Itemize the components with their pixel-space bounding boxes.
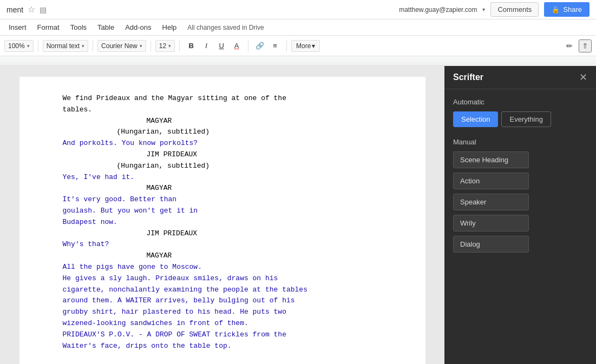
style-select[interactable]: Normal text ▾ <box>43 40 88 52</box>
screenplay-line: MAGYAR <box>147 250 382 262</box>
screenplay-line: Budapest now. <box>63 217 382 228</box>
comments-button[interactable]: Comments <box>490 2 539 17</box>
lock-icon: 🔒 <box>552 6 560 14</box>
link-group: 🔗 ≡ <box>253 39 282 53</box>
size-caret: ▾ <box>168 43 171 49</box>
automatic-group: Selection Everything <box>453 111 587 127</box>
screenplay-line: We find Prideaux and the Magyar sitting … <box>63 93 382 104</box>
zoom-group: 100% ▾ <box>4 40 34 52</box>
manual-label: Manual <box>453 138 587 146</box>
automatic-label: Automatic <box>453 98 587 106</box>
italic-button[interactable]: I <box>199 39 213 53</box>
font-color-button[interactable]: A <box>230 39 244 53</box>
screenplay-line: JIM PRIDEAUX <box>147 228 382 240</box>
sidebar-header: Scrifter ✕ <box>444 66 596 89</box>
document-area[interactable]: We find Prideaux and the Magyar sitting … <box>0 66 444 364</box>
zoom-select[interactable]: 100% ▾ <box>4 40 34 52</box>
action-button[interactable]: Action <box>453 173 529 189</box>
bold-button[interactable]: B <box>184 39 198 53</box>
manual-buttons: Scene Heading Action Speaker Wrily Dialo… <box>453 151 587 253</box>
sidebar-close-button[interactable]: ✕ <box>579 72 587 82</box>
size-group: 12 ▾ <box>155 40 175 52</box>
top-bar-right: matthew.guay@zapier.com ▾ Comments 🔒 Sha… <box>399 2 590 17</box>
user-email: matthew.guay@zapier.com <box>399 6 477 14</box>
screenplay-line: goulash. But you won't get it in <box>63 206 382 217</box>
screenplay-line: PRIDEAUX'S P.O.V. - A DROP OF SWEAT tric… <box>63 329 382 341</box>
speaker-button[interactable]: Speaker <box>453 194 529 210</box>
ruler <box>0 56 596 66</box>
divider-5 <box>248 41 248 51</box>
share-button[interactable]: 🔒 Share <box>544 2 590 17</box>
screenplay-line: (Hungarian, subtitled) <box>117 161 382 172</box>
more-button[interactable]: More ▾ <box>291 40 320 52</box>
everything-button[interactable]: Everything <box>501 111 551 127</box>
font-select[interactable]: Courier New ▾ <box>97 40 146 52</box>
collapse-button[interactable]: ⇑ <box>579 39 592 52</box>
screenplay-line: Why's that? <box>63 239 382 250</box>
screenplay-line: He gives a sly laugh. Prideaux smiles, d… <box>63 273 382 284</box>
menu-bar: Insert Format Tools Table Add-ons Help A… <box>0 19 596 36</box>
style-group: Normal text ▾ <box>43 40 88 52</box>
screenplay-line: And porkolts. You know porkolts? <box>63 138 382 149</box>
screenplay-line: It's very good. Better than <box>63 194 382 206</box>
format-group: B I U A <box>184 39 244 53</box>
more-caret: ▾ <box>312 42 315 50</box>
menu-item-insert[interactable]: Insert <box>4 22 31 33</box>
sidebar-title: Scrifter <box>453 72 483 82</box>
toolbar: 100% ▾ Normal text ▾ Courier New ▾ 12 ▾ … <box>0 36 596 56</box>
screenplay-line: wizened-looking sandwiches in front of t… <box>63 318 382 329</box>
top-bar: ment ☆ ▤ matthew.guay@zapier.com ▾ Comme… <box>0 0 596 19</box>
doc-title: ment <box>6 5 23 14</box>
zoom-caret: ▾ <box>27 43 30 49</box>
screenplay-line: around them. A WAITER arrives, belly bul… <box>63 295 382 307</box>
screenplay-line: (Hungarian, subtitled) <box>117 127 382 138</box>
star-icon[interactable]: ☆ <box>28 4 35 15</box>
divider-6 <box>286 41 287 51</box>
size-select[interactable]: 12 ▾ <box>155 40 175 52</box>
screenplay-line: MAGYAR <box>147 116 382 127</box>
sidebar: Scrifter ✕ Automatic Selection Everythin… <box>444 66 596 364</box>
font-value: Courier New <box>101 42 137 50</box>
wrily-button[interactable]: Wrily <box>453 215 529 231</box>
screenplay-line: Yes, I've had it. <box>63 172 382 183</box>
autosave-message: All changes saved in Drive <box>187 24 264 31</box>
divider-1 <box>38 41 38 51</box>
font-group: Courier New ▾ <box>97 40 146 52</box>
share-label: Share <box>563 5 582 14</box>
screenplay-line: tables. <box>63 104 382 116</box>
divider-4 <box>179 41 180 51</box>
folder-icon[interactable]: ▤ <box>40 5 47 14</box>
more-label: More <box>296 42 311 50</box>
sidebar-body: Automatic Selection Everything Manual Sc… <box>444 89 596 261</box>
screenplay-line: grubby shirt, hair plastered to his head… <box>63 307 382 318</box>
divider-2 <box>93 41 93 51</box>
underline-button[interactable]: U <box>214 39 228 53</box>
link-button[interactable]: 🔗 <box>253 39 267 53</box>
document-page[interactable]: We find Prideaux and the Magyar sitting … <box>19 77 425 364</box>
align-button[interactable]: ≡ <box>268 39 282 53</box>
screenplay-line: Waiter's face, drips onto the table top. <box>63 341 382 352</box>
dropdown-icon[interactable]: ▾ <box>482 6 485 12</box>
size-value: 12 <box>159 42 166 50</box>
screenplay-line: cigarette, nonchalantly examining the pe… <box>63 284 382 296</box>
style-caret: ▾ <box>82 43 84 49</box>
font-caret: ▾ <box>140 43 142 49</box>
menu-item-table[interactable]: Table <box>93 22 119 33</box>
ruler-bar <box>0 56 596 65</box>
menu-item-addons[interactable]: Add-ons <box>121 22 155 33</box>
menu-item-tools[interactable]: Tools <box>66 22 91 33</box>
screenplay-line: All the pigs have gone to Moscow. <box>63 262 382 273</box>
scene-heading-button[interactable]: Scene Heading <box>453 151 529 168</box>
menu-item-format[interactable]: Format <box>33 22 64 33</box>
screenplay-line: JIM PRIDEAUX <box>147 149 382 161</box>
dialog-button[interactable]: Dialog <box>453 236 529 253</box>
pen-button[interactable]: ✏ <box>562 39 577 53</box>
selection-button[interactable]: Selection <box>453 111 498 127</box>
font-color-label: A <box>234 42 239 50</box>
style-value: Normal text <box>47 42 80 50</box>
screenplay-line: MAGYAR <box>147 183 382 194</box>
divider-3 <box>150 41 151 51</box>
top-bar-left: ment ☆ ▤ <box>6 4 47 15</box>
main: We find Prideaux and the Magyar sitting … <box>0 66 596 364</box>
menu-item-help[interactable]: Help <box>158 22 181 33</box>
